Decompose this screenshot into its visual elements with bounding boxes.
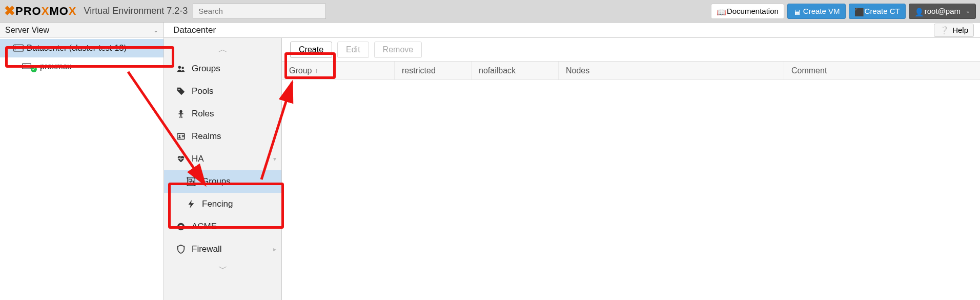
create-ct-label: Create CT bbox=[865, 7, 900, 15]
id-card-icon bbox=[176, 132, 186, 141]
book-icon: 📖 bbox=[717, 8, 724, 15]
search-input[interactable] bbox=[193, 4, 326, 19]
breadcrumb-bar: Datacenter ❔ Help bbox=[164, 23, 980, 38]
right-panel: Datacenter ❔ Help ︿ Groups Pools bbox=[164, 23, 980, 300]
submenu-fencing[interactable]: Fencing bbox=[164, 193, 281, 215]
submenu-ha-groups[interactable]: Groups bbox=[164, 170, 281, 193]
col-nodes[interactable]: Nodes bbox=[559, 62, 784, 79]
svg-point-27 bbox=[179, 225, 182, 228]
expand-icon: ▾ bbox=[273, 155, 276, 163]
svg-rect-18 bbox=[182, 136, 185, 137]
certificate-icon bbox=[176, 222, 186, 231]
submenu-acme[interactable]: ACME bbox=[164, 215, 281, 238]
tags-icon bbox=[176, 87, 186, 96]
col-nofailback[interactable]: nofailback bbox=[472, 62, 559, 79]
doc-label: Documentation bbox=[727, 7, 779, 15]
status-ok-icon: ✓ bbox=[31, 66, 37, 72]
cube-icon: ⬛ bbox=[854, 8, 862, 15]
content-area: Create Edit Remove Group ↑ restricted no… bbox=[282, 38, 980, 300]
submenu-label: Roles bbox=[192, 109, 214, 119]
col-label: Group bbox=[289, 66, 312, 75]
submenu-label: Groups bbox=[192, 64, 220, 74]
left-panel: Server View ⌄ ⌄ Datacenter (cluster-test… bbox=[0, 23, 164, 300]
logo: ✖ PROXMOX bbox=[4, 3, 77, 19]
grid-header: Group ↑ restricted nofailback Nodes Comm… bbox=[282, 62, 980, 80]
svg-rect-17 bbox=[182, 135, 185, 135]
svg-rect-22 bbox=[187, 185, 188, 186]
tree-datacenter[interactable]: ⌄ Datacenter (cluster-test-13) bbox=[0, 39, 164, 57]
search-box bbox=[193, 4, 326, 19]
server-tree: ⌄ Datacenter (cluster-test-13) ✓ proxmox bbox=[0, 38, 164, 76]
help-label: Help bbox=[952, 26, 968, 34]
create-button[interactable]: Create bbox=[290, 42, 332, 58]
expand-icon: ▸ bbox=[273, 246, 276, 253]
chevron-down-icon: ⌄ bbox=[153, 27, 158, 34]
tree-label: proxmox bbox=[40, 62, 71, 71]
svg-point-7 bbox=[178, 66, 181, 69]
create-vm-button[interactable]: 🖥 Create VM bbox=[787, 4, 846, 19]
help-button[interactable]: ❔ Help bbox=[934, 24, 974, 37]
submenu-label: Pools bbox=[192, 86, 214, 96]
scroll-down-button[interactable]: ﹀ bbox=[164, 261, 281, 277]
logo-part: PRO bbox=[15, 5, 42, 17]
col-restricted[interactable]: restricted bbox=[395, 62, 472, 79]
submenu-label: Groups bbox=[202, 176, 231, 187]
submenu-realms[interactable]: Realms bbox=[164, 125, 281, 148]
logo-part: X bbox=[42, 5, 50, 17]
create-ct-button[interactable]: ⬛ Create CT bbox=[849, 4, 906, 19]
bolt-icon bbox=[187, 199, 196, 209]
submenu-roles[interactable]: Roles bbox=[164, 103, 281, 125]
col-group[interactable]: Group ↑ bbox=[282, 62, 395, 79]
help-icon: ❔ bbox=[940, 26, 949, 35]
submenu-firewall[interactable]: Firewall ▸ bbox=[164, 238, 281, 261]
sort-asc-icon: ↑ bbox=[315, 67, 318, 74]
submenu-label: Firewall bbox=[192, 244, 222, 254]
svg-rect-21 bbox=[194, 177, 196, 178]
col-label: restricted bbox=[402, 66, 436, 75]
tree-label: Datacenter (cluster-test-13) bbox=[27, 44, 127, 53]
submenu-label: Realms bbox=[192, 131, 221, 142]
submenu-label: HA bbox=[192, 154, 204, 164]
user-icon: 👤 bbox=[914, 8, 922, 15]
scroll-up-button[interactable]: ︿ bbox=[164, 41, 281, 57]
node-icon bbox=[22, 63, 32, 71]
documentation-button[interactable]: 📖 Documentation bbox=[711, 4, 784, 19]
svg-rect-13 bbox=[179, 116, 180, 118]
chevron-down-icon: ⌄ bbox=[966, 8, 970, 14]
svg-point-16 bbox=[179, 135, 181, 137]
svg-point-8 bbox=[181, 67, 184, 69]
logo-x-icon: ✖ bbox=[4, 3, 14, 19]
toolbar: Create Edit Remove bbox=[282, 38, 980, 62]
logo-part: X bbox=[69, 5, 77, 17]
svg-rect-4 bbox=[23, 64, 31, 69]
view-selector[interactable]: Server View ⌄ bbox=[0, 23, 164, 38]
submenu-label: ACME bbox=[192, 222, 217, 232]
svg-rect-23 bbox=[194, 185, 196, 186]
heartbeat-icon bbox=[176, 154, 186, 164]
collapse-icon: ⌄ bbox=[4, 45, 10, 52]
top-bar: ✖ PROXMOX Virtual Environment 7.2-3 📖 Do… bbox=[0, 0, 980, 23]
svg-point-10 bbox=[179, 110, 182, 113]
config-submenu: ︿ Groups Pools Roles Realms bbox=[164, 38, 282, 300]
edit-button[interactable]: Edit bbox=[337, 42, 369, 58]
users-icon bbox=[176, 64, 186, 73]
breadcrumb: Datacenter bbox=[173, 25, 216, 35]
monitor-icon: 🖥 bbox=[793, 8, 800, 15]
col-label: Comment bbox=[791, 66, 827, 75]
server-icon bbox=[13, 44, 24, 52]
col-comment[interactable]: Comment bbox=[784, 62, 980, 79]
object-group-icon bbox=[187, 177, 196, 186]
submenu-ha[interactable]: HA ▾ bbox=[164, 148, 281, 170]
tree-node-proxmox[interactable]: ✓ proxmox bbox=[0, 57, 164, 76]
logo-text: PROXMOX bbox=[15, 5, 77, 18]
submenu-pools[interactable]: Pools bbox=[164, 80, 281, 103]
svg-point-2 bbox=[15, 46, 16, 47]
create-vm-label: Create VM bbox=[803, 7, 840, 15]
svg-rect-14 bbox=[181, 116, 182, 118]
user-menu-button[interactable]: 👤 root@pam ⌄ bbox=[909, 4, 976, 19]
svg-rect-20 bbox=[187, 177, 188, 178]
col-label: nofailback bbox=[479, 66, 516, 75]
submenu-groups[interactable]: Groups bbox=[164, 57, 281, 80]
remove-button[interactable]: Remove bbox=[374, 42, 422, 58]
grid-body bbox=[282, 80, 980, 300]
